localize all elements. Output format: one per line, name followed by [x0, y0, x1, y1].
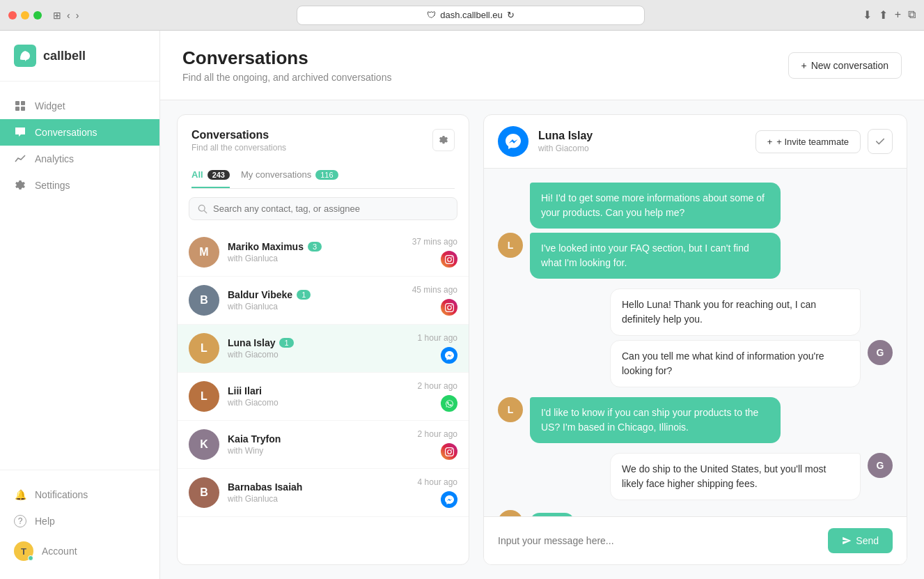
- sidebar-item-label-conversations: Conversations: [35, 127, 97, 138]
- share-icon[interactable]: ⬆: [879, 8, 888, 22]
- chat-channel-icon: [498, 126, 528, 157]
- send-button[interactable]: Send: [828, 528, 893, 553]
- sidebar-item-conversations[interactable]: Conversations: [0, 119, 159, 146]
- conv-panel-header: Conversations Find all the conversations…: [178, 115, 469, 189]
- plus-icon: +: [767, 137, 773, 147]
- sidebar-item-account[interactable]: T Account: [0, 534, 159, 568]
- sidebar-item-widget[interactable]: Widget: [0, 93, 159, 119]
- conv-meta: 1 hour ago: [418, 333, 457, 364]
- list-item[interactable]: B Barnabas Isaiah with Gianluca 4 hour a…: [178, 469, 469, 517]
- help-icon: ?: [14, 515, 26, 527]
- list-item[interactable]: K Kaia Tryfon with Winy 2 hour ago: [178, 421, 469, 469]
- channel-icon: [441, 395, 457, 412]
- address-bar[interactable]: 🛡 dash.callbell.eu ↻: [297, 6, 645, 25]
- chat-contact-name: Luna Islay: [538, 130, 746, 142]
- back-button[interactable]: ‹: [67, 10, 70, 21]
- chat-contact-info: Luna Islay with Giacomo: [538, 130, 746, 153]
- conv-name: Mariko Maximus: [228, 241, 304, 252]
- check-button[interactable]: [868, 129, 893, 154]
- list-item[interactable]: L Luna Islay 1 with Giacomo 1 hour ago: [178, 325, 469, 373]
- page-subtitle: Find all the ongoing, and archived conve…: [182, 72, 391, 83]
- widget-icon: [14, 100, 26, 112]
- invite-label: + Invite teammate: [776, 137, 849, 147]
- conv-assignee: with Gianluca: [228, 254, 404, 263]
- main-header-left: Conversations Find all the ongoing, and …: [182, 47, 391, 83]
- logo-icon: [14, 45, 36, 67]
- chat-header: Luna Islay with Giacomo + + Invite teamm…: [484, 115, 907, 169]
- list-item[interactable]: L Liii Ilari with Giacomo 2 hour ago: [178, 373, 469, 421]
- send-icon: [842, 536, 852, 546]
- conv-assignee: with Giacomo: [228, 398, 409, 408]
- sidebar: callbell Widget: [0, 31, 160, 579]
- conv-panel-subtitle: Find all the conversations: [191, 143, 286, 153]
- maximize-button[interactable]: [33, 11, 42, 20]
- sidebar-item-settings[interactable]: Settings: [0, 172, 159, 199]
- list-item[interactable]: B Baldur Vibeke 1 with Gianluca 45 mins …: [178, 277, 469, 325]
- add-tab-icon[interactable]: +: [895, 8, 901, 22]
- message-group-incoming-1: Hi! I'd to get some more informations ab…: [498, 183, 893, 279]
- message-bubble: We do ship to the United States, but you…: [610, 453, 861, 500]
- svg-rect-0: [15, 101, 19, 105]
- channel-icon: [441, 347, 457, 364]
- avatar: B: [189, 285, 219, 316]
- conv-name: Baldur Vibeke: [228, 289, 292, 300]
- sidebar-item-label-notifications: Notifications: [35, 489, 88, 500]
- conv-name: Luna Islay: [228, 337, 275, 348]
- page-title: Conversations: [182, 47, 391, 69]
- avatar: L: [189, 381, 219, 412]
- main-header: Conversations Find all the ongoing, and …: [160, 31, 924, 100]
- search-input[interactable]: [213, 203, 448, 214]
- download-icon[interactable]: ⬇: [863, 8, 872, 22]
- conv-time: 2 hour ago: [418, 429, 457, 439]
- channel-icon: [441, 299, 457, 316]
- url-text: dash.callbell.eu: [440, 10, 503, 20]
- new-conversation-label: New conversation: [811, 60, 888, 71]
- send-label: Send: [856, 535, 879, 546]
- logo-text: callbell: [43, 49, 86, 63]
- avatar: B: [189, 477, 219, 508]
- conv-unread-badge: 1: [297, 290, 311, 300]
- sidebar-item-notifications[interactable]: 🔔 Notifications: [0, 481, 159, 508]
- conversations-panel: Conversations Find all the conversations…: [177, 114, 469, 565]
- sidebar-toggle[interactable]: ⊞: [53, 10, 61, 21]
- conv-info: Mariko Maximus 3 with Gianluca: [228, 241, 404, 263]
- conv-settings-button[interactable]: [432, 129, 455, 151]
- tab-all-badge: 243: [207, 170, 230, 180]
- tab-all[interactable]: All 243: [191, 164, 230, 188]
- msg-row: L I'd like to know if you can ship your …: [498, 397, 893, 443]
- conv-info: Luna Islay 1 with Giacomo: [228, 337, 409, 360]
- list-item[interactable]: M Mariko Maximus 3 with Gianluca 37 mins…: [178, 229, 469, 277]
- avatar: G: [868, 453, 893, 478]
- forward-button[interactable]: ›: [76, 10, 79, 21]
- notifications-icon: 🔔: [14, 488, 26, 501]
- conv-assignee: with Giacomo: [228, 350, 409, 360]
- conv-time: 45 mins ago: [412, 285, 457, 295]
- avatar: L: [189, 333, 219, 364]
- close-button[interactable]: [8, 11, 17, 20]
- sidebar-item-label-widget: Widget: [35, 100, 65, 111]
- tab-my-conversations[interactable]: My conversations 116: [241, 164, 338, 188]
- tab-my-badge: 116: [315, 170, 338, 180]
- chat-input-area: Send: [484, 516, 907, 564]
- search-input-wrap: [189, 197, 457, 220]
- sidebar-item-help[interactable]: ? Help: [0, 508, 159, 534]
- tabs-icon[interactable]: ⧉: [908, 8, 916, 22]
- message-group-outgoing-2: We do ship to the United States, but you…: [498, 453, 893, 500]
- svg-line-5: [204, 210, 207, 213]
- chat-messages: Hi! I'd to get some more informations ab…: [484, 169, 907, 516]
- settings-icon: [14, 179, 26, 192]
- avatar: L: [498, 510, 523, 516]
- conv-info: Kaia Tryfon with Winy: [228, 433, 409, 456]
- message-input[interactable]: [498, 535, 820, 546]
- conv-meta: 2 hour ago: [418, 429, 457, 460]
- new-conversation-button[interactable]: + New conversation: [788, 52, 902, 79]
- invite-teammate-button[interactable]: + + Invite teammate: [755, 130, 861, 153]
- minimize-button[interactable]: [21, 11, 29, 20]
- conv-info: Liii Ilari with Giacomo: [228, 385, 409, 408]
- svg-rect-2: [15, 107, 19, 111]
- svg-rect-1: [21, 101, 25, 105]
- sidebar-item-analytics[interactable]: Analytics: [0, 146, 159, 172]
- message-group-outgoing-1: Hello Luna! Thank you for reaching out, …: [498, 288, 893, 387]
- msg-row: Can you tell me what kind of information…: [610, 340, 893, 387]
- chat-contact-sub: with Giacomo: [538, 144, 746, 153]
